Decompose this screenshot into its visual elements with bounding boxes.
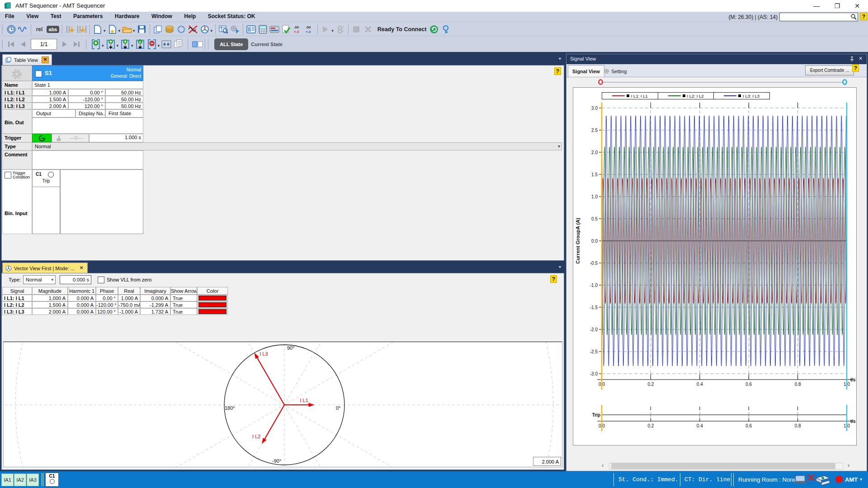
amt-menu-label[interactable]: AMT [845,476,858,483]
check-document-icon[interactable] [281,24,292,35]
repeat-state-icon[interactable]: z [135,39,146,50]
remove-state-icon[interactable] [146,39,157,50]
vector-row-1-color-swatch[interactable] [197,295,228,301]
range-handle-left[interactable] [598,79,603,85]
vector-view-help-button[interactable]: ? [550,275,557,283]
vector-view-menu-chevron-icon[interactable]: ▾ [559,264,561,269]
signal-2-magnitude-cell[interactable]: 1.500 A [32,96,68,103]
menu-help[interactable]: Help [179,12,201,22]
vector-time-field[interactable]: 0.000 s [60,275,91,284]
relative-values-button[interactable]: rel [33,24,45,35]
signal-2-phase-cell[interactable]: -120.00 ° [68,96,105,103]
current-state-tab[interactable]: Current State [251,42,283,47]
vector-row-2-col-0[interactable]: I L2: I L2 [2,301,32,308]
ramp-down-icon[interactable] [65,24,75,35]
calculator-icon[interactable] [257,24,268,35]
decimal-decrease-icon[interactable]: .00+.0 [304,24,315,35]
report-search-icon[interactable] [218,24,229,35]
signal-1-phase-cell[interactable]: 0.00 ° [68,89,105,96]
tab-signal-view[interactable]: Signal View [568,65,604,77]
last-state-button[interactable] [71,39,82,50]
vector-row-3-col-6[interactable]: True [170,308,197,315]
reconnect-icon[interactable] [429,24,439,35]
all-state-tab[interactable]: ALL State [214,38,248,50]
minimize-button[interactable]: — [807,0,826,12]
insert-state-after-icon[interactable] [120,39,131,50]
next-state-button[interactable] [59,39,70,50]
sine-wave-icon[interactable] [18,24,28,35]
tab-setting[interactable]: Setting [599,66,631,76]
c1-state-circle-icon[interactable] [48,172,54,178]
state-name-field[interactable]: State 1 [32,81,143,89]
signal-3-phase-cell[interactable]: 120.00 ° [68,103,105,109]
table-view-menu-chevron-icon[interactable]: ▾ [559,56,561,61]
table-view-tab[interactable]: Table View ✕ [2,54,52,65]
signal-3-magnitude-cell[interactable]: 2.000 A [32,103,68,109]
remove-state-dropdown[interactable]: ▾ [158,43,160,48]
vector-type-dropdown[interactable]: Normal▾ [23,275,56,284]
bin-out-col-first-state[interactable]: First State [105,109,143,117]
maximize-button[interactable]: ❐ [828,0,846,12]
search-icon[interactable] [850,14,857,20]
open-file-dropdown[interactable]: ▾ [133,28,135,33]
toolbar-grip[interactable] [1,24,4,34]
vector-row-2-col-3[interactable]: -120.00 ° [96,301,118,308]
panel-layout-icon[interactable] [192,39,203,50]
amt-menu-chevron-icon[interactable]: ▾ [860,477,862,482]
insert-state-before-icon[interactable] [105,39,116,50]
toolbar-grip2[interactable] [1,39,4,49]
vector-row-2-col-1[interactable]: 1.500 A [32,301,68,308]
bin-input-c1-column[interactable]: C1 Trip [32,169,60,234]
run-test-dropdown[interactable]: ▾ [331,28,334,33]
insert-state-before-dropdown[interactable]: ▾ [117,43,119,48]
vector-row-1-col-0[interactable]: I L1: I L1 [2,295,32,301]
range-handle-right[interactable] [842,79,847,85]
crossed-waves-icon[interactable] [188,24,198,35]
state-header[interactable]: S1 NormalGeneral: Direct [32,66,143,81]
vector-row-1-col-6[interactable]: True [170,295,197,301]
chart-scrollbar[interactable]: ‹ › [602,462,849,469]
search-input[interactable] [781,13,850,21]
vector-row-3-col-2[interactable]: 0.000 A [68,308,96,315]
signal-2-frequency-cell[interactable]: 50.00 Hz [105,96,143,103]
bin-out-col-display-name[interactable]: Display Na... [75,109,105,117]
absolute-values-button[interactable]: abs [46,24,60,35]
state-checkbox[interactable] [35,70,42,77]
vector-row-2-col-5[interactable]: -1.299 A [140,301,170,308]
merge-states-icon[interactable] [161,39,172,50]
show-vll-checkbox[interactable] [98,277,104,283]
analog-tab-ia1[interactable]: IA1 [1,474,14,486]
menu-window[interactable]: Window [146,12,177,22]
vector-row-1-col-5[interactable]: 0.000 A [140,295,170,301]
bin-out-empty-area[interactable] [32,117,143,134]
copy-state-list-icon[interactable] [173,39,184,50]
scroll-thumb[interactable] [611,463,835,469]
vector-row-1-col-4[interactable]: 1.000 A [118,295,140,301]
ramp-pulse-icon[interactable] [76,24,87,35]
abort-icon[interactable] [363,24,373,35]
state-page-indicator[interactable]: 1/1 [31,39,57,50]
vector-row-2-col-2[interactable]: 0.000 A [68,301,96,308]
settings-cell[interactable] [2,66,32,81]
save-icon[interactable] [137,24,147,35]
trigger-mode-cell[interactable]: —©— [52,134,89,142]
analog-tab-ia2[interactable]: IA2 [14,474,26,486]
trigger-time-value[interactable]: 1.000 s [89,134,143,142]
menu-view[interactable]: View [21,12,43,22]
copy-states-icon[interactable] [152,24,163,35]
bin-input-area[interactable] [60,169,143,234]
vector-row-1-col-3[interactable]: 0.00 ° [96,295,118,301]
trigger-condition-checkbox[interactable] [5,172,11,178]
previous-state-button[interactable] [18,39,28,50]
vector-row-1-col-1[interactable]: 1.000 A [32,295,68,301]
menu-hardware[interactable]: Hardware [110,12,145,22]
menu-parameters[interactable]: Parameters [68,12,108,22]
vector-view-tab[interactable]: Vector View First | Mode: ... ✕ [2,263,88,273]
first-state-button[interactable] [6,39,17,50]
signal-view-close-icon[interactable]: ✕ [859,56,863,61]
scroll-left-icon[interactable]: ‹ [602,462,604,469]
signal-view-help-button[interactable]: ? [852,64,859,72]
table-view-help-button[interactable]: ? [554,67,561,75]
time-range-track[interactable] [603,82,843,83]
phasor-circle-icon[interactable] [176,24,187,35]
